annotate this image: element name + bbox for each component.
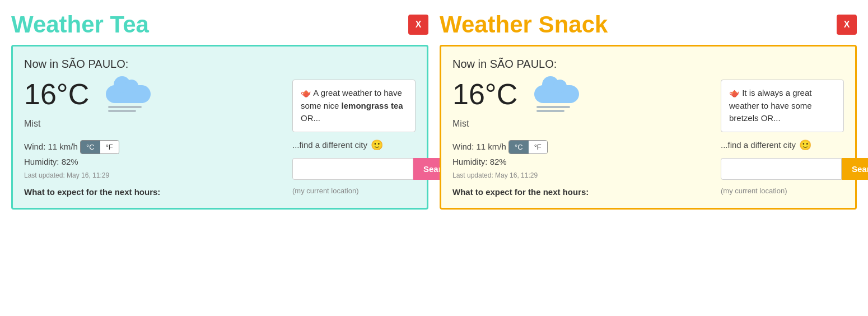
snack-find-city-label: ...find a different city 🙂 [721,139,844,151]
widget-snack-body: Now in SÃO PAULO: 16°C [440,45,857,210]
snack-wind: Wind: 11 km/h °C °F Humidity: 82% [452,137,712,169]
snack-rec-icon: 🫖 [729,88,742,97]
tea-wind: Wind: 11 km/h °C °F Humidity: 82% [24,137,283,169]
tea-search-input[interactable] [292,158,413,180]
app-container: Weather Tea X Now in SÃO PAULO: 16°C [11,11,857,210]
tea-humidity: Humidity: 82% [24,154,283,169]
snack-rec-text: It is always a great weather to have som… [729,88,812,123]
tea-search-row: Search [292,158,416,180]
snack-celsius-btn[interactable]: °C [509,141,529,154]
widget-tea-title: Weather Tea [11,11,149,38]
snack-condition: Mist [452,119,712,129]
tea-weather-icon [106,81,151,112]
snack-temp: 16°C [452,80,517,109]
tea-city-label: Now in SÃO PAULO: [24,58,416,71]
snack-humidity: Humidity: 82% [452,154,712,169]
tea-fahrenheit-btn[interactable]: °F [100,141,119,154]
tea-current-location: (my current location) [292,187,416,195]
snack-search-row: Search [721,158,844,180]
snack-inner-row: 16°C Mist W [452,80,844,197]
widget-tea-header: Weather Tea X [11,11,428,38]
snack-search-button[interactable]: Search [842,158,868,180]
widget-snack: Weather Snack X Now in SÃO PAULO: 16°C [440,11,857,210]
tea-temp: 16°C [24,80,89,109]
tea-recommendation-box: 🫖 A great weather to have some nice lemo… [292,80,416,132]
snack-smiley-icon: 🙂 [799,139,811,151]
cloud-mist-icon-2 [534,81,579,112]
tea-rec-icon: 🫖 [301,88,313,97]
snack-fahrenheit-btn[interactable]: °F [529,141,547,154]
tea-temp-toggle: °C °F [80,140,119,154]
tea-next-hours: What to expect for the next hours: [24,187,283,197]
smiley-icon: 🙂 [371,139,383,151]
widget-tea: Weather Tea X Now in SÃO PAULO: 16°C [11,11,428,210]
tea-weather-left: 16°C Mist W [24,80,283,197]
snack-current-location: (my current location) [721,187,844,195]
widget-snack-header: Weather Snack X [440,11,857,38]
tea-rec-highlight: lemongrass tea [342,101,403,110]
tea-last-updated: Last updated: May 16, 11:29 [24,171,283,179]
tea-find-city-label: ...find a different city 🙂 [292,139,416,151]
tea-rec-suffix: OR... [301,113,320,123]
tea-condition: Mist [24,119,283,129]
cloud-mist-icon [106,81,151,112]
snack-weather-icon [534,81,579,112]
snack-temp-toggle: °C °F [508,140,548,154]
tea-inner-row: 16°C Mist W [24,80,416,197]
close-tea-button[interactable]: X [408,15,428,35]
snack-last-updated: Last updated: May 16, 11:29 [452,171,712,179]
snack-recommendation-box: 🫖 It is always a great weather to have s… [721,80,844,132]
snack-city-label: Now in SÃO PAULO: [452,58,844,71]
tea-weather-right: 🫖 A great weather to have some nice lemo… [292,80,416,195]
snack-weather-right: 🫖 It is always a great weather to have s… [721,80,844,195]
tea-celsius-btn[interactable]: °C [81,141,100,154]
snack-next-hours: What to expect for the next hours: [452,187,712,197]
snack-weather-left: 16°C Mist W [452,80,712,197]
close-snack-button[interactable]: X [837,15,857,35]
widget-tea-body: Now in SÃO PAULO: 16°C [11,45,428,210]
widget-snack-title: Weather Snack [440,11,608,38]
snack-search-input[interactable] [721,158,842,180]
